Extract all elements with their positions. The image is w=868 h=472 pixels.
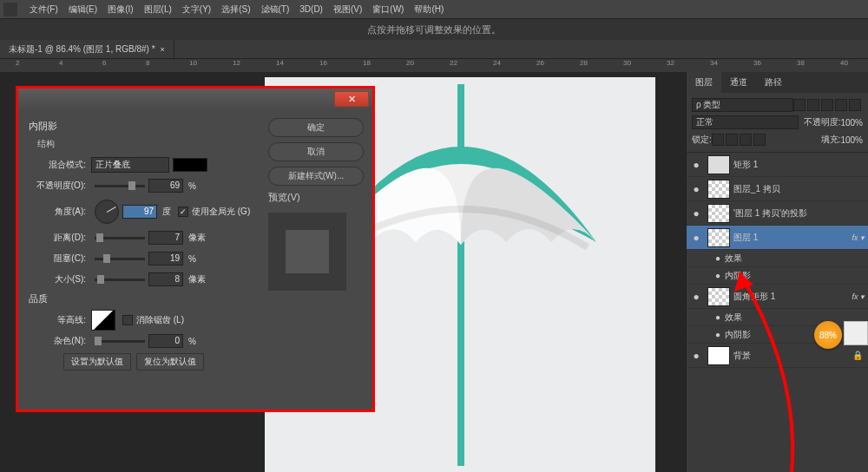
visibility-icon[interactable]: ●: [688, 159, 704, 171]
lock-position-icon[interactable]: [740, 134, 752, 146]
opacity-slider[interactable]: [95, 185, 145, 187]
angle-input[interactable]: 97: [122, 205, 157, 219]
menu-type[interactable]: 文字(Y): [177, 3, 216, 16]
inner-shadow-effect[interactable]: 内阴影: [725, 270, 868, 282]
layer-row[interactable]: ● 背景 🔒: [687, 344, 868, 368]
cancel-button[interactable]: 取消: [268, 142, 364, 161]
noise-slider[interactable]: [95, 340, 145, 343]
options-bar-hint: 点按并拖移可调整效果的位置。: [0, 19, 868, 40]
filter-type-icon[interactable]: [821, 99, 833, 111]
lock-icon: 🔒: [852, 351, 868, 360]
noise-input[interactable]: 0: [148, 334, 183, 348]
fx-indicator[interactable]: fx ▾: [852, 233, 868, 242]
blend-mode-select[interactable]: 正片叠底: [91, 157, 169, 173]
layer-thumbnail[interactable]: [707, 204, 730, 223]
layer-row[interactable]: ● 矩形 1: [687, 153, 868, 177]
antialias-checkbox[interactable]: [122, 315, 133, 325]
layer-opacity-value[interactable]: 100%: [840, 118, 863, 128]
size-slider[interactable]: [95, 279, 145, 281]
dialog-close-button[interactable]: ✕: [334, 91, 369, 107]
layer-thumbnail[interactable]: [707, 180, 730, 199]
contour-picker[interactable]: [91, 310, 115, 331]
layer-effect-row[interactable]: ●内阴影: [687, 267, 868, 285]
visibility-icon[interactable]: ●: [711, 312, 725, 322]
blend-mode-dropdown[interactable]: 正常: [692, 115, 799, 129]
menu-layer[interactable]: 图层(L): [139, 3, 177, 16]
filter-pixel-icon[interactable]: [793, 99, 806, 111]
menu-filter[interactable]: 滤镜(T): [256, 3, 295, 16]
document-tab[interactable]: 未标题-1 @ 86.4% (图层 1, RGB/8#) * ×: [0, 40, 174, 58]
opacity-input[interactable]: 69: [148, 179, 183, 193]
filter-shape-icon[interactable]: [835, 99, 847, 111]
menu-view[interactable]: 视图(V): [328, 3, 367, 16]
horizontal-ruler: 2 4 6 8 10 12 14 16 18 20 22 24 26 28 30…: [0, 59, 868, 72]
visibility-icon[interactable]: ●: [688, 232, 704, 244]
fx-indicator[interactable]: fx ▾: [852, 292, 868, 301]
tab-paths[interactable]: 路径: [756, 72, 791, 93]
distance-slider[interactable]: [95, 237, 145, 239]
menu-3d[interactable]: 3D(D): [294, 4, 328, 14]
make-default-button[interactable]: 设置为默认值: [63, 353, 131, 370]
visibility-icon[interactable]: ●: [711, 271, 725, 280]
visibility-icon[interactable]: ●: [711, 330, 725, 339]
lock-transparency-icon[interactable]: [712, 134, 724, 146]
layer-name[interactable]: 图层_1 拷贝: [733, 183, 868, 195]
layer-name[interactable]: 矩形 1: [733, 159, 868, 171]
visibility-icon[interactable]: ●: [688, 350, 704, 362]
menu-help[interactable]: 帮助(H): [409, 3, 449, 16]
menu-window[interactable]: 窗口(W): [367, 3, 409, 16]
lock-all-icon[interactable]: [753, 134, 766, 146]
dialog-titlebar[interactable]: ✕: [18, 88, 372, 111]
layer-thumbnail[interactable]: [707, 346, 730, 365]
layer-effect-row[interactable]: ●效果: [687, 250, 868, 267]
layer-kind-filter[interactable]: ρ 类型: [692, 98, 793, 112]
menu-select[interactable]: 选择(S): [216, 3, 255, 16]
antialias-label: 消除锯齿 (L): [136, 314, 184, 326]
visibility-icon[interactable]: ●: [688, 207, 704, 220]
visibility-icon[interactable]: ●: [711, 253, 725, 263]
visibility-icon[interactable]: ●: [688, 291, 704, 303]
blend-mode-label: 混合模式:: [29, 159, 91, 171]
tab-layers[interactable]: 图层: [687, 72, 721, 93]
lock-pixels-icon[interactable]: [726, 134, 738, 146]
layer-thumbnail[interactable]: [707, 228, 730, 247]
menu-edit[interactable]: 编辑(E): [63, 3, 102, 16]
choke-input[interactable]: 19: [148, 252, 183, 266]
layer-effect-row[interactable]: ●效果: [687, 309, 868, 326]
side-widget[interactable]: [844, 321, 868, 345]
new-style-button[interactable]: 新建样式(W)...: [268, 167, 364, 186]
distance-input[interactable]: 7: [148, 231, 183, 245]
layer-row-selected[interactable]: ● 图层 1 fx ▾: [687, 226, 868, 250]
layer-row[interactable]: ● 图层_1 拷贝: [687, 177, 868, 201]
choke-slider[interactable]: [95, 258, 145, 260]
zoom-badge[interactable]: 88%: [814, 321, 842, 349]
layer-name[interactable]: 背景: [733, 350, 852, 362]
close-tab-icon[interactable]: ×: [161, 45, 165, 54]
menu-image[interactable]: 图像(I): [102, 3, 138, 16]
layer-thumbnail[interactable]: [707, 155, 730, 174]
layer-row[interactable]: ● 圆角矩形 1 fx ▾: [687, 285, 868, 309]
app-logo: [3, 3, 17, 16]
noise-label: 杂色(N):: [29, 335, 91, 347]
size-input[interactable]: 8: [148, 272, 183, 286]
fill-value[interactable]: 100%: [840, 135, 863, 145]
layer-name[interactable]: 图层 1: [733, 232, 852, 244]
angle-dial[interactable]: [95, 200, 119, 224]
document-tabs: 未标题-1 @ 86.4% (图层 1, RGB/8#) * ×: [0, 40, 868, 59]
tab-channels[interactable]: 通道: [721, 72, 756, 93]
layer-thumbnail[interactable]: [707, 287, 730, 306]
visibility-icon[interactable]: ●: [688, 183, 704, 195]
shadow-color-swatch[interactable]: [173, 158, 207, 172]
layer-name[interactable]: '图层 1 拷贝'的投影: [733, 207, 868, 220]
filter-smart-icon[interactable]: [849, 99, 861, 111]
layer-row[interactable]: ● '图层 1 拷贝'的投影: [687, 201, 868, 226]
layer-name[interactable]: 圆角矩形 1: [733, 291, 852, 303]
preview-label: 预览(V): [268, 191, 300, 204]
menu-file[interactable]: 文件(F): [24, 3, 63, 16]
global-light-checkbox[interactable]: [178, 206, 188, 217]
filter-adjust-icon[interactable]: [807, 99, 819, 111]
reset-default-button[interactable]: 复位为默认值: [136, 353, 204, 370]
distance-label: 距离(D):: [29, 232, 91, 244]
angle-unit: 度: [162, 206, 171, 218]
ok-button[interactable]: 确定: [268, 118, 364, 137]
